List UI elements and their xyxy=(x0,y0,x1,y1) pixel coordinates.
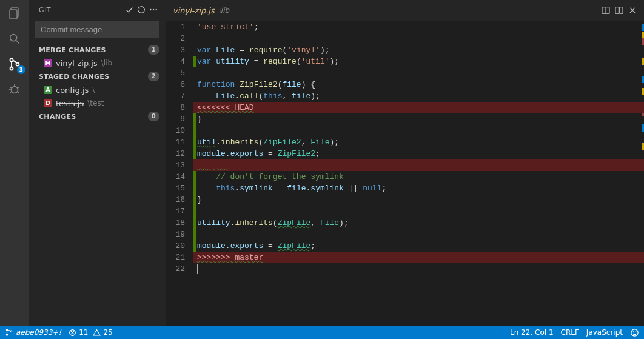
code-line[interactable]: 22 xyxy=(166,263,644,275)
tab-filepath: \lib xyxy=(218,6,229,15)
svg-point-14 xyxy=(150,9,151,10)
code-content[interactable]: var File = require('vinyl'); xyxy=(196,44,644,56)
code-content[interactable]: module.exports = ZipFile; xyxy=(196,240,644,252)
file-path: \lib xyxy=(101,59,112,67)
code-content[interactable]: module.exports = ZipFile2; xyxy=(196,148,644,159)
code-line[interactable]: 16} xyxy=(166,194,644,206)
code-line[interactable]: 18utility.inherits(ZipFile, File); xyxy=(166,217,644,229)
git-panel: GIT MERGE CHANGES 1 M vinyl-zip.js \lib … xyxy=(29,0,166,326)
source-control-icon[interactable]: 3 xyxy=(6,56,23,73)
file-name: vinyl-zip.js xyxy=(56,59,98,68)
feedback-icon[interactable] xyxy=(630,328,639,337)
code-content[interactable]: File.call(this, file); xyxy=(196,90,644,102)
eol-indicator[interactable]: CRLF xyxy=(561,328,579,337)
language-mode[interactable]: JavaScript xyxy=(586,328,623,337)
split-editor-icon[interactable] xyxy=(599,4,612,17)
line-number: 21 xyxy=(166,252,193,263)
file-row[interactable]: M vinyl-zip.js \lib xyxy=(29,56,166,70)
editor-area: vinyl-zip.js \lib xyxy=(166,0,644,326)
line-number: 22 xyxy=(166,263,193,275)
section-staged-changes[interactable]: STAGED CHANGES 2 xyxy=(29,70,166,83)
cursor-position[interactable]: Ln 22, Col 1 xyxy=(510,328,554,337)
status-letter-added: A xyxy=(44,86,52,94)
svg-point-15 xyxy=(153,9,154,10)
tab-filename[interactable]: vinyl-zip.js xyxy=(173,6,215,15)
code-line[interactable]: 10 xyxy=(166,125,644,136)
code-line[interactable]: 5 xyxy=(166,67,644,79)
line-number: 6 xyxy=(166,79,193,90)
more-icon[interactable] xyxy=(147,4,159,16)
status-bar: aebe0933+! 11 25 Ln 22, Col 1 CRLF JavaS… xyxy=(0,326,644,339)
svg-line-10 xyxy=(18,87,19,88)
svg-point-2 xyxy=(10,35,17,41)
section-merge-changes[interactable]: MERGE CHANGES 1 xyxy=(29,43,166,56)
code-content[interactable] xyxy=(196,229,644,240)
code-content[interactable]: function ZipFile2(file) { xyxy=(196,79,644,90)
code-line[interactable]: 8<<<<<<< HEAD xyxy=(166,102,644,113)
code-content[interactable]: this.symlink = file.symlink || null; xyxy=(196,183,644,194)
close-icon[interactable] xyxy=(626,4,639,17)
status-letter-modified: M xyxy=(44,59,52,67)
code-content[interactable]: var utility = require('util'); xyxy=(196,56,644,67)
editor-tabs: vinyl-zip.js \lib xyxy=(166,0,644,21)
svg-line-9 xyxy=(10,87,12,88)
line-number: 4 xyxy=(166,56,193,67)
code-line[interactable]: 21>>>>>>> master xyxy=(166,252,644,263)
search-icon[interactable] xyxy=(6,30,23,47)
debug-icon[interactable] xyxy=(6,81,23,98)
code-content[interactable]: ======= xyxy=(196,159,644,171)
commit-message-input[interactable] xyxy=(35,21,159,38)
show-diff-icon[interactable] xyxy=(612,4,626,17)
line-number: 17 xyxy=(166,206,193,217)
staged-count-badge: 2 xyxy=(148,72,159,81)
file-row[interactable]: A config.js \ xyxy=(29,83,166,96)
code-line[interactable]: 3var File = require('vinyl'); xyxy=(166,44,644,56)
line-number: 19 xyxy=(166,229,193,240)
code-editor[interactable]: 1'use strict';23var File = require('viny… xyxy=(166,21,644,326)
code-content[interactable]: utility.inherits(ZipFile, File); xyxy=(196,217,644,229)
commit-icon[interactable] xyxy=(123,4,135,16)
line-number: 18 xyxy=(166,217,193,229)
code-content[interactable]: 'use strict'; xyxy=(196,21,644,33)
code-content[interactable]: } xyxy=(196,194,644,206)
section-changes[interactable]: CHANGES 0 xyxy=(29,110,166,123)
code-line[interactable]: 17 xyxy=(166,206,644,217)
line-number: 2 xyxy=(166,33,193,44)
svg-point-16 xyxy=(155,9,156,10)
svg-line-3 xyxy=(16,41,19,44)
code-content[interactable] xyxy=(196,263,644,275)
code-line[interactable]: 19 xyxy=(166,229,644,240)
problems-indicator[interactable]: 11 25 xyxy=(69,328,113,337)
code-line[interactable]: 12module.exports = ZipFile2; xyxy=(166,148,644,159)
code-content[interactable]: >>>>>>> master xyxy=(196,252,644,263)
explorer-icon[interactable] xyxy=(6,5,23,22)
code-content[interactable]: // don't forget the symlink xyxy=(196,171,644,183)
branch-indicator[interactable]: aebe0933+! xyxy=(5,328,61,337)
code-line[interactable]: 2 xyxy=(166,33,644,44)
code-line[interactable]: 6function ZipFile2(file) { xyxy=(166,79,644,90)
code-line[interactable]: 4var utility = require('util'); xyxy=(166,56,644,67)
code-line[interactable]: 14 // don't forget the symlink xyxy=(166,171,644,183)
code-line[interactable]: 15 this.symlink = file.symlink || null; xyxy=(166,183,644,194)
code-line[interactable]: 13======= xyxy=(166,159,644,171)
code-line[interactable]: 9} xyxy=(166,113,644,125)
code-content[interactable] xyxy=(196,125,644,136)
code-content[interactable] xyxy=(196,33,644,44)
code-content[interactable]: <<<<<<< HEAD xyxy=(196,102,644,113)
code-content[interactable]: } xyxy=(196,113,644,125)
code-line[interactable]: 1'use strict'; xyxy=(166,21,644,33)
file-row[interactable]: D tests.js \test xyxy=(29,96,166,110)
code-content[interactable] xyxy=(196,67,644,79)
line-number: 15 xyxy=(166,183,193,194)
svg-point-30 xyxy=(633,331,634,332)
code-content[interactable]: util.inherits(ZipFile2, File); xyxy=(196,136,644,148)
activity-bar: 3 xyxy=(0,0,29,326)
line-number: 13 xyxy=(166,159,193,171)
code-line[interactable]: 7 File.call(this, file); xyxy=(166,90,644,102)
svg-point-4 xyxy=(10,59,13,62)
code-content[interactable] xyxy=(196,206,644,217)
code-line[interactable]: 20module.exports = ZipFile; xyxy=(166,240,644,252)
code-line[interactable]: 11util.inherits(ZipFile2, File); xyxy=(166,136,644,148)
svg-point-6 xyxy=(16,63,19,66)
refresh-icon[interactable] xyxy=(135,4,147,16)
